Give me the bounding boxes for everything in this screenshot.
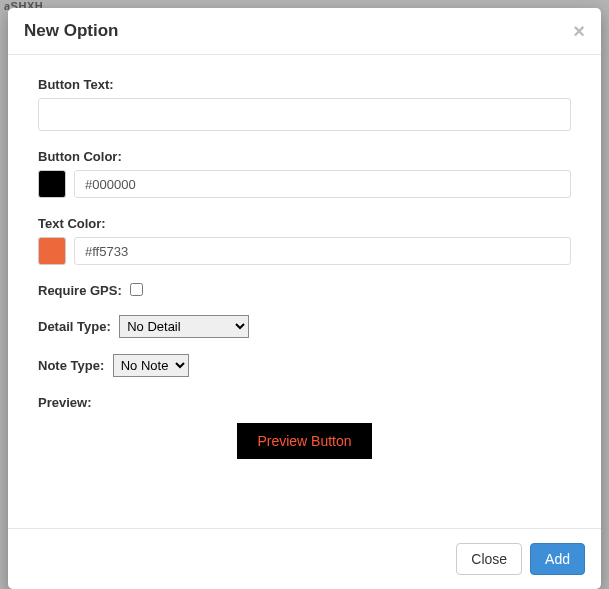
modal-header: New Option × (8, 8, 601, 55)
preview-label: Preview: (38, 395, 91, 410)
text-color-input[interactable] (74, 237, 571, 265)
button-color-label: Button Color: (38, 149, 122, 164)
text-color-label: Text Color: (38, 216, 106, 231)
require-gps-checkbox[interactable] (130, 283, 143, 296)
new-option-modal: New Option × Button Text: Button Color: … (8, 8, 601, 589)
add-button[interactable]: Add (530, 543, 585, 575)
close-icon[interactable]: × (573, 21, 585, 41)
detail-type-select[interactable]: No Detail (119, 315, 249, 338)
preview-button[interactable]: Preview Button (237, 423, 371, 459)
modal-footer: Close Add (8, 528, 601, 589)
button-text-field: Button Text: (38, 75, 571, 131)
text-color-field: Text Color: (38, 214, 571, 265)
require-gps-label: Require GPS: (38, 283, 122, 298)
button-color-field: Button Color: (38, 147, 571, 198)
button-text-label: Button Text: (38, 77, 114, 92)
note-type-field: Note Type: No Note (38, 354, 571, 377)
note-type-select[interactable]: No Note (113, 354, 189, 377)
close-button[interactable]: Close (456, 543, 522, 575)
button-text-input[interactable] (38, 98, 571, 131)
modal-body: Button Text: Button Color: Text Color: R… (8, 55, 601, 528)
text-color-swatch[interactable] (38, 237, 66, 265)
note-type-label: Note Type: (38, 358, 104, 373)
detail-type-field: Detail Type: No Detail (38, 315, 571, 338)
preview-wrap: Preview Button (38, 423, 571, 459)
require-gps-field: Require GPS: (38, 281, 571, 299)
button-color-swatch[interactable] (38, 170, 66, 198)
detail-type-label: Detail Type: (38, 319, 111, 334)
button-color-input[interactable] (74, 170, 571, 198)
modal-title: New Option (24, 21, 118, 41)
preview-section: Preview: (38, 393, 571, 411)
